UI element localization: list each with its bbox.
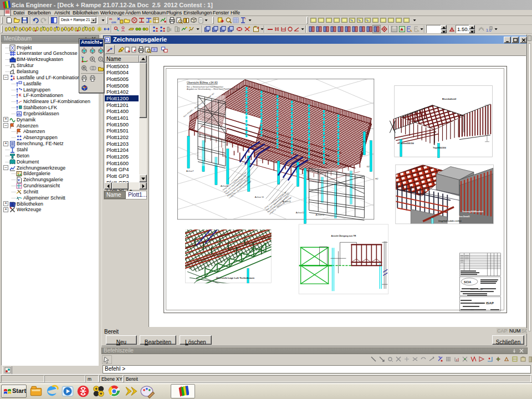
svg-text:Deck + Rampe: Deck + Rampe [470,288,483,290]
svg-text:Bisenbahnö2: Bisenbahnö2 [442,98,457,100]
svg-text:ISAP: ISAP [486,301,494,305]
svg-text:Achse12: Achse12 [296,211,305,214]
svg-text:il: il [170,28,172,32]
svg-text:Übersicht Lage Luft Technikrau: Übersicht Lage Luft Technikraum [216,277,254,279]
svg-text:Summe5008-504: Summe5008-504 [401,142,414,145]
svg-text:Trennung5008Rundholz: Trennung5008Rundholz [462,211,484,213]
svg-text:AchseT2: AchseT2 [316,213,325,216]
svg-text:Ansicht Übergang zum TR: Ansicht Übergang zum TR [331,234,356,237]
svg-text:Übersicht Bühne +34.83: Übersicht Bühne +34.83 [187,81,218,84]
svg-text:cm: cm [111,21,116,24]
svg-text:Angaben zur Verschraubung — We: Angaben zur Verschraubung — Werte nach P… [187,88,240,90]
svg-text:61Brex Detail1: 61Brex Detail1 [456,216,470,218]
svg-text:G2: G2 [366,165,370,168]
svg-text:Umgehödesubdes renfest: Umgehödesubdes renfest [438,220,462,222]
svg-text:?: ? [244,17,246,21]
svg-text:SCIA: SCIA [464,280,471,284]
svg-text:Achse11: Achse11 [283,200,291,203]
svg-text:Achse7: Achse7 [186,170,194,172]
svg-text:Achse 11: Achse 11 [255,196,264,198]
svg-text:Achse8: Achse8 [221,185,228,187]
svg-text:Träger5004-5004: Träger5004-5004 [433,147,446,149]
svg-text:Bez. = Stützenachsen h=4.7mm/S: Bez. = Stützenachsen h=4.7mm/Stützenlast [187,86,223,88]
svg-text:H2: H2 [375,177,378,180]
svg-text:G2: G2 [362,140,365,143]
svg-text:K: K [19,93,22,97]
